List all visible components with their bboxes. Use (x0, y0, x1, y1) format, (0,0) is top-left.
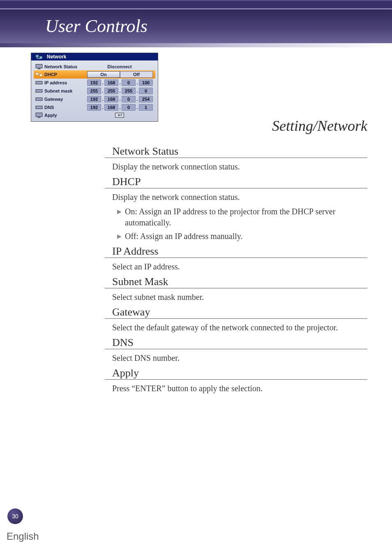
triangle-bullet-icon: ▶ (117, 233, 122, 242)
octet[interactable]: 0 (122, 96, 136, 102)
row-label: DHCP (44, 72, 87, 77)
row-network-status[interactable]: Network Status Disconnect (34, 63, 155, 70)
octet[interactable]: 255 (87, 88, 101, 94)
section-title-apply: Apply (105, 367, 367, 380)
panel-titlebar: Network (31, 53, 158, 60)
section-body: Display the network connection status. (105, 161, 367, 172)
section-title-dns: DNS (105, 337, 367, 349)
dhcp-on[interactable]: On (87, 71, 120, 78)
bullet-text: On: Assign an IP address to the projecto… (125, 206, 367, 228)
footer-language: English (7, 531, 39, 542)
row-label: Network Status (44, 64, 87, 69)
section-body: Select the default gateway of the networ… (105, 322, 367, 333)
row-subnet-mask[interactable]: Subnet mask 255. 255. 255. 0 (34, 87, 155, 95)
dns-icon (35, 104, 43, 110)
top-accent-band (0, 0, 392, 8)
octet[interactable]: 100 (139, 79, 153, 86)
subnet-octets[interactable]: 255. 255. 255. 0 (87, 88, 153, 94)
svg-rect-8 (36, 98, 42, 101)
section-body: Press “ENTER” button to apply the select… (105, 383, 367, 394)
gateway-icon (35, 96, 43, 102)
panel-title: Network (47, 54, 66, 60)
octet[interactable]: 255 (104, 88, 118, 94)
dhcp-off[interactable]: Off (120, 71, 153, 78)
octet[interactable]: 192 (87, 104, 101, 111)
bullet-text: Off: Assign an IP address manually. (125, 231, 242, 242)
svg-rect-11 (38, 117, 41, 118)
ip-octets[interactable]: 192. 168. 0. 100 (87, 79, 153, 86)
octet[interactable]: 168 (104, 104, 118, 111)
svg-rect-4 (36, 73, 39, 75)
section-body: Select an IP address. (105, 261, 367, 272)
network-icon (35, 54, 43, 60)
title-band: User Controls (0, 8, 392, 43)
network-panel: Network Network Status Disconnect DHCP O… (31, 53, 158, 122)
page-number-badge: 30 (7, 508, 23, 524)
octet[interactable]: 168 (104, 79, 118, 86)
bullet-item: ▶ Off: Assign an IP address manually. (117, 231, 367, 242)
octet[interactable]: 255 (122, 88, 136, 94)
svg-rect-3 (38, 69, 41, 70)
page-title: User Controls (0, 9, 392, 37)
dhcp-toggle[interactable]: On Off (87, 71, 153, 78)
svg-rect-0 (36, 55, 39, 58)
dhcp-icon (35, 72, 43, 77)
octet[interactable]: 168 (104, 96, 118, 102)
gateway-octets[interactable]: 192. 168. 0. 254 (87, 96, 153, 102)
row-label: Subnet mask (44, 88, 87, 93)
octet[interactable]: 0 (139, 88, 153, 94)
section-title-gateway: Gateway (105, 306, 367, 319)
status-value: Disconnect (87, 64, 155, 69)
octet[interactable]: 192 (87, 79, 101, 86)
ip-icon (35, 80, 43, 86)
svg-rect-1 (39, 56, 42, 59)
section-body: Select DNS number. (105, 353, 367, 364)
svg-rect-5 (39, 74, 42, 77)
row-ip-address[interactable]: IP address 192. 168. 0. 100 (34, 79, 155, 87)
setting-network-heading: Setting/Network (272, 117, 367, 135)
triangle-bullet-icon: ▶ (117, 208, 122, 228)
monitor-icon (35, 64, 43, 70)
svg-rect-9 (36, 106, 42, 109)
octet[interactable]: 0 (122, 104, 136, 111)
row-dhcp[interactable]: DHCP On Off (34, 70, 155, 79)
row-label: Apply (44, 113, 87, 118)
section-body: Select subnet mask number. (105, 292, 367, 303)
bullet-item: ▶ On: Assign an IP address to the projec… (117, 206, 367, 228)
enter-icon[interactable] (115, 113, 124, 118)
octet[interactable]: 254 (139, 96, 153, 102)
row-apply[interactable]: Apply (34, 111, 155, 119)
octet[interactable]: 1 (139, 104, 153, 111)
octet[interactable]: 192 (87, 96, 101, 102)
dns-octets[interactable]: 192. 168. 0. 1 (87, 104, 153, 111)
row-label: Gateway (44, 97, 87, 102)
section-body: Display the network connection status. (105, 192, 367, 203)
section-title-subnet-mask: Subnet Mask (105, 276, 367, 288)
svg-rect-6 (36, 81, 42, 84)
apply-icon (35, 112, 43, 118)
row-label: DNS (44, 105, 87, 110)
octet[interactable]: 0 (122, 79, 136, 86)
section-title-ip-address: IP Address (105, 245, 367, 258)
subnet-icon (35, 88, 43, 94)
row-dns[interactable]: DNS 192. 168. 0. 1 (34, 103, 155, 111)
svg-rect-2 (36, 64, 42, 68)
svg-rect-10 (36, 113, 42, 116)
row-label: IP address (44, 80, 87, 85)
section-title-network-status: Network Status (105, 145, 367, 158)
section-title-dhcp: DHCP (105, 176, 367, 188)
row-gateway[interactable]: Gateway 192. 168. 0. 254 (34, 95, 155, 103)
svg-rect-7 (36, 90, 42, 93)
sub-accent-band (0, 43, 392, 47)
